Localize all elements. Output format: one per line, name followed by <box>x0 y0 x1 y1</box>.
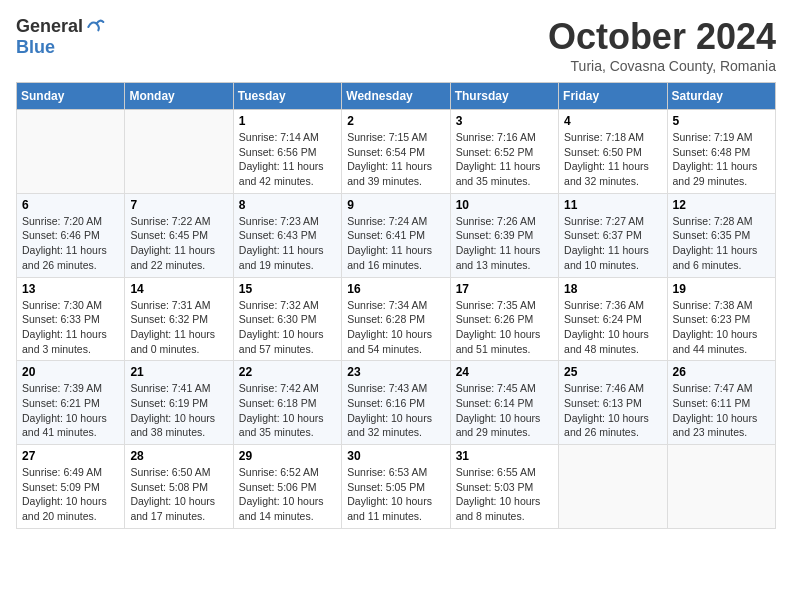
weekday-header-friday: Friday <box>559 83 667 110</box>
day-detail: Sunrise: 7:34 AMSunset: 6:28 PMDaylight:… <box>347 298 444 357</box>
day-number: 17 <box>456 282 553 296</box>
day-detail: Sunrise: 7:22 AMSunset: 6:45 PMDaylight:… <box>130 214 227 273</box>
calendar-week-3: 13Sunrise: 7:30 AMSunset: 6:33 PMDayligh… <box>17 277 776 361</box>
day-detail: Sunrise: 7:43 AMSunset: 6:16 PMDaylight:… <box>347 381 444 440</box>
day-number: 1 <box>239 114 336 128</box>
day-detail: Sunrise: 7:18 AMSunset: 6:50 PMDaylight:… <box>564 130 661 189</box>
calendar-week-1: 1Sunrise: 7:14 AMSunset: 6:56 PMDaylight… <box>17 110 776 194</box>
day-number: 3 <box>456 114 553 128</box>
day-detail: Sunrise: 7:26 AMSunset: 6:39 PMDaylight:… <box>456 214 553 273</box>
day-number: 30 <box>347 449 444 463</box>
calendar-cell: 25Sunrise: 7:46 AMSunset: 6:13 PMDayligh… <box>559 361 667 445</box>
day-number: 13 <box>22 282 119 296</box>
weekday-header-sunday: Sunday <box>17 83 125 110</box>
page-header: General Blue October 2024 Turia, Covasna… <box>16 16 776 74</box>
day-detail: Sunrise: 7:14 AMSunset: 6:56 PMDaylight:… <box>239 130 336 189</box>
calendar-cell: 30Sunrise: 6:53 AMSunset: 5:05 PMDayligh… <box>342 445 450 529</box>
day-detail: Sunrise: 7:36 AMSunset: 6:24 PMDaylight:… <box>564 298 661 357</box>
day-detail: Sunrise: 7:15 AMSunset: 6:54 PMDaylight:… <box>347 130 444 189</box>
day-number: 22 <box>239 365 336 379</box>
day-number: 21 <box>130 365 227 379</box>
weekday-header-thursday: Thursday <box>450 83 558 110</box>
calendar-cell: 27Sunrise: 6:49 AMSunset: 5:09 PMDayligh… <box>17 445 125 529</box>
logo-icon <box>85 17 105 37</box>
calendar-cell: 10Sunrise: 7:26 AMSunset: 6:39 PMDayligh… <box>450 193 558 277</box>
day-detail: Sunrise: 7:32 AMSunset: 6:30 PMDaylight:… <box>239 298 336 357</box>
weekday-header-row: SundayMondayTuesdayWednesdayThursdayFrid… <box>17 83 776 110</box>
day-number: 10 <box>456 198 553 212</box>
calendar-cell: 18Sunrise: 7:36 AMSunset: 6:24 PMDayligh… <box>559 277 667 361</box>
calendar-cell: 13Sunrise: 7:30 AMSunset: 6:33 PMDayligh… <box>17 277 125 361</box>
day-number: 12 <box>673 198 770 212</box>
weekday-header-wednesday: Wednesday <box>342 83 450 110</box>
day-number: 23 <box>347 365 444 379</box>
day-number: 18 <box>564 282 661 296</box>
day-detail: Sunrise: 6:52 AMSunset: 5:06 PMDaylight:… <box>239 465 336 524</box>
weekday-header-tuesday: Tuesday <box>233 83 341 110</box>
day-number: 27 <box>22 449 119 463</box>
month-title: October 2024 <box>548 16 776 58</box>
calendar-cell: 16Sunrise: 7:34 AMSunset: 6:28 PMDayligh… <box>342 277 450 361</box>
day-number: 4 <box>564 114 661 128</box>
logo-general-text: General <box>16 16 83 37</box>
calendar-cell: 31Sunrise: 6:55 AMSunset: 5:03 PMDayligh… <box>450 445 558 529</box>
day-detail: Sunrise: 7:30 AMSunset: 6:33 PMDaylight:… <box>22 298 119 357</box>
day-number: 7 <box>130 198 227 212</box>
day-detail: Sunrise: 7:39 AMSunset: 6:21 PMDaylight:… <box>22 381 119 440</box>
calendar-cell: 24Sunrise: 7:45 AMSunset: 6:14 PMDayligh… <box>450 361 558 445</box>
day-detail: Sunrise: 6:49 AMSunset: 5:09 PMDaylight:… <box>22 465 119 524</box>
day-number: 2 <box>347 114 444 128</box>
calendar-week-4: 20Sunrise: 7:39 AMSunset: 6:21 PMDayligh… <box>17 361 776 445</box>
calendar-cell: 23Sunrise: 7:43 AMSunset: 6:16 PMDayligh… <box>342 361 450 445</box>
calendar-cell: 1Sunrise: 7:14 AMSunset: 6:56 PMDaylight… <box>233 110 341 194</box>
logo-blue-text: Blue <box>16 37 55 58</box>
day-number: 26 <box>673 365 770 379</box>
calendar-cell: 28Sunrise: 6:50 AMSunset: 5:08 PMDayligh… <box>125 445 233 529</box>
day-number: 6 <box>22 198 119 212</box>
day-detail: Sunrise: 7:16 AMSunset: 6:52 PMDaylight:… <box>456 130 553 189</box>
calendar-cell <box>667 445 775 529</box>
day-number: 16 <box>347 282 444 296</box>
calendar-week-5: 27Sunrise: 6:49 AMSunset: 5:09 PMDayligh… <box>17 445 776 529</box>
day-detail: Sunrise: 6:53 AMSunset: 5:05 PMDaylight:… <box>347 465 444 524</box>
calendar-cell: 22Sunrise: 7:42 AMSunset: 6:18 PMDayligh… <box>233 361 341 445</box>
calendar-cell: 8Sunrise: 7:23 AMSunset: 6:43 PMDaylight… <box>233 193 341 277</box>
calendar-cell: 19Sunrise: 7:38 AMSunset: 6:23 PMDayligh… <box>667 277 775 361</box>
calendar-cell: 11Sunrise: 7:27 AMSunset: 6:37 PMDayligh… <box>559 193 667 277</box>
day-detail: Sunrise: 6:50 AMSunset: 5:08 PMDaylight:… <box>130 465 227 524</box>
calendar-cell <box>559 445 667 529</box>
calendar-cell: 9Sunrise: 7:24 AMSunset: 6:41 PMDaylight… <box>342 193 450 277</box>
calendar-cell: 2Sunrise: 7:15 AMSunset: 6:54 PMDaylight… <box>342 110 450 194</box>
day-detail: Sunrise: 7:38 AMSunset: 6:23 PMDaylight:… <box>673 298 770 357</box>
day-detail: Sunrise: 7:45 AMSunset: 6:14 PMDaylight:… <box>456 381 553 440</box>
day-number: 11 <box>564 198 661 212</box>
day-number: 14 <box>130 282 227 296</box>
weekday-header-saturday: Saturday <box>667 83 775 110</box>
calendar-cell: 7Sunrise: 7:22 AMSunset: 6:45 PMDaylight… <box>125 193 233 277</box>
day-number: 19 <box>673 282 770 296</box>
calendar-cell: 6Sunrise: 7:20 AMSunset: 6:46 PMDaylight… <box>17 193 125 277</box>
calendar-cell: 5Sunrise: 7:19 AMSunset: 6:48 PMDaylight… <box>667 110 775 194</box>
calendar-cell: 15Sunrise: 7:32 AMSunset: 6:30 PMDayligh… <box>233 277 341 361</box>
calendar-cell: 17Sunrise: 7:35 AMSunset: 6:26 PMDayligh… <box>450 277 558 361</box>
day-number: 29 <box>239 449 336 463</box>
day-number: 31 <box>456 449 553 463</box>
calendar-cell: 3Sunrise: 7:16 AMSunset: 6:52 PMDaylight… <box>450 110 558 194</box>
location-text: Turia, Covasna County, Romania <box>548 58 776 74</box>
day-number: 9 <box>347 198 444 212</box>
day-number: 5 <box>673 114 770 128</box>
weekday-header-monday: Monday <box>125 83 233 110</box>
calendar-cell: 4Sunrise: 7:18 AMSunset: 6:50 PMDaylight… <box>559 110 667 194</box>
calendar-cell: 14Sunrise: 7:31 AMSunset: 6:32 PMDayligh… <box>125 277 233 361</box>
calendar-cell: 20Sunrise: 7:39 AMSunset: 6:21 PMDayligh… <box>17 361 125 445</box>
day-detail: Sunrise: 6:55 AMSunset: 5:03 PMDaylight:… <box>456 465 553 524</box>
calendar-table: SundayMondayTuesdayWednesdayThursdayFrid… <box>16 82 776 529</box>
day-detail: Sunrise: 7:27 AMSunset: 6:37 PMDaylight:… <box>564 214 661 273</box>
day-number: 15 <box>239 282 336 296</box>
calendar-week-2: 6Sunrise: 7:20 AMSunset: 6:46 PMDaylight… <box>17 193 776 277</box>
day-detail: Sunrise: 7:28 AMSunset: 6:35 PMDaylight:… <box>673 214 770 273</box>
day-detail: Sunrise: 7:41 AMSunset: 6:19 PMDaylight:… <box>130 381 227 440</box>
day-detail: Sunrise: 7:31 AMSunset: 6:32 PMDaylight:… <box>130 298 227 357</box>
day-detail: Sunrise: 7:46 AMSunset: 6:13 PMDaylight:… <box>564 381 661 440</box>
day-number: 25 <box>564 365 661 379</box>
